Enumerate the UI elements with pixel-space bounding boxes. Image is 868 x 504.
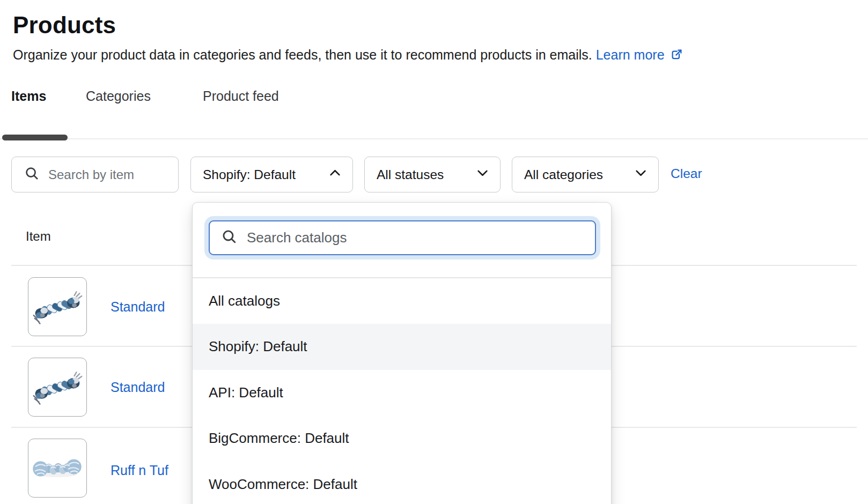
catalog-option-woocommerce-default[interactable]: WooCommerce: Default [193,462,611,504]
item-search-input[interactable] [48,167,171,182]
status-filter-label: All statuses [377,167,444,182]
chevron-down-icon [475,165,490,184]
page-title: Products [13,12,116,39]
catalog-option-list: All catalogs Shopify: Default API: Defau… [193,278,611,504]
catalog-search-box[interactable] [209,220,596,255]
products-page: Products Organize your product data in c… [0,0,868,504]
catalog-filter-button[interactable]: Shopify: Default [190,157,353,192]
clear-filters-link[interactable]: Clear [671,166,702,181]
product-thumbnail[interactable] [28,277,87,336]
external-link-icon [670,47,684,65]
filter-bar: Shopify: Default All statuses All catego… [0,157,868,193]
catalog-dropdown: All catalogs Shopify: Default API: Defau… [192,202,612,504]
subtitle-text: Organize your product data in categories… [13,47,592,62]
tab-baseline-divider [0,138,868,139]
chevron-up-icon [327,165,343,184]
search-icon [24,165,40,184]
product-link[interactable]: Standard [111,299,165,315]
tab-product-feed[interactable]: Product feed [203,88,279,104]
catalog-option-bigcommerce-default[interactable]: BigCommerce: Default [193,416,611,462]
catalog-filter-label: Shopify: Default [203,167,296,182]
learn-more-link[interactable]: Learn more [596,47,665,62]
tab-items[interactable]: Items [11,88,46,104]
chevron-down-icon [633,165,649,184]
rope-toy-image [28,489,86,498]
tab-bar: Items Categories Product feed [0,86,868,139]
item-column-header: Item [26,229,51,244]
category-filter-button[interactable]: All categories [512,157,659,192]
catalog-option-api-default[interactable]: API: Default [193,370,611,416]
category-filter-label: All categories [524,167,603,182]
active-tab-indicator [2,135,68,140]
search-icon [220,228,238,248]
page-subtitle: Organize your product data in categories… [13,46,850,65]
product-thumbnail[interactable] [28,439,87,498]
status-filter-button[interactable]: All statuses [364,157,501,192]
product-link[interactable]: Ruff n Tuf [111,462,168,478]
tab-categories[interactable]: Categories [86,88,151,104]
rope-toy-image [28,328,86,336]
rope-toy-image [28,408,86,417]
catalog-option-shopify-default[interactable]: Shopify: Default [193,324,611,370]
catalog-option-all-catalogs[interactable]: All catalogs [193,278,611,324]
item-search-box[interactable] [11,157,179,192]
catalog-search-input[interactable] [247,229,586,246]
product-thumbnail[interactable] [28,358,87,417]
product-link[interactable]: Standard [111,379,165,395]
